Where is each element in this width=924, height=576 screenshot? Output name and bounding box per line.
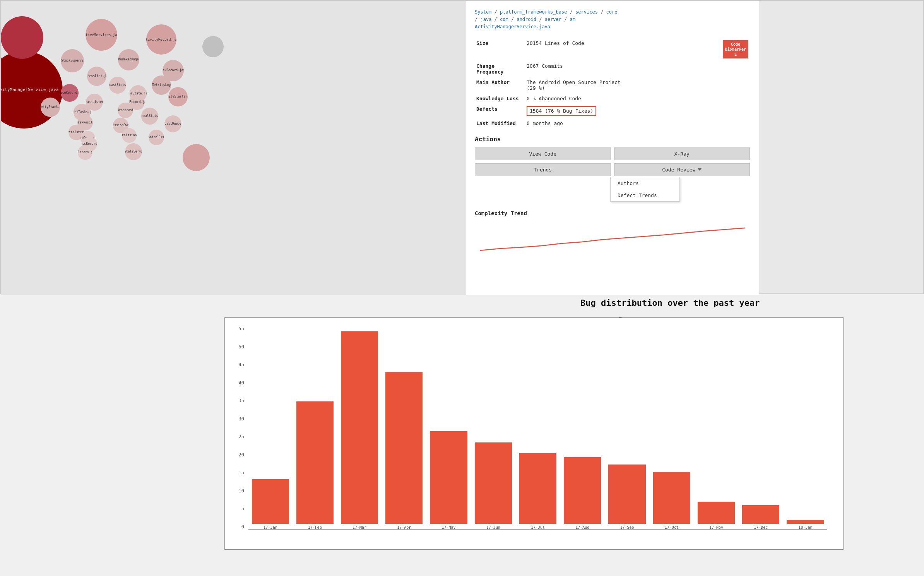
bubble-10: ServiceRecord.java xyxy=(61,84,79,102)
code-review-button[interactable]: Code Review xyxy=(614,163,750,176)
bubble-0: ActivityManagerService.java xyxy=(1,51,63,129)
bubble-5: CompatModePackages.java xyxy=(118,49,139,70)
bubble-1 xyxy=(1,16,43,59)
bubble-label-12: ActivityStack.java xyxy=(41,105,60,109)
bar-rect xyxy=(564,457,601,524)
knowledge-loss-row: Knowledge Loss 0 % Abandoned Code xyxy=(475,93,750,104)
y-axis-label: 50 xyxy=(239,344,244,350)
bar-rect xyxy=(252,479,289,524)
code-review-dropdown: Authors Defect Trends xyxy=(610,177,680,202)
view-code-button[interactable]: View Code xyxy=(475,147,611,160)
complexity-chart xyxy=(475,219,750,254)
breadcrumb-am[interactable]: am xyxy=(570,17,575,22)
bar-column: 17-Oct xyxy=(650,326,693,530)
y-axis-label: 15 xyxy=(239,470,244,475)
bar-column: 17-May xyxy=(427,326,471,530)
bubble-label-16: RecentTasks.java xyxy=(74,110,91,114)
bubble-label-10: ServiceRecord.java xyxy=(61,91,79,95)
breadcrumb-system[interactable]: System xyxy=(475,9,491,15)
defects-row: Defects 1584 (76 % Bug Fixes) xyxy=(475,104,750,118)
x-ray-button[interactable]: X-Ray xyxy=(614,147,750,160)
bubble-label-22: BroadcastQueue.java xyxy=(164,122,181,126)
bar-column: 17-Aug xyxy=(561,326,604,530)
bar-column: 17-Apr xyxy=(382,326,426,530)
breadcrumb-server[interactable]: server xyxy=(545,17,561,22)
bubble-9: ActivityMetricsLogger.java xyxy=(152,75,171,95)
bar-column: 17-Jan xyxy=(248,326,292,530)
breadcrumb-file[interactable]: ActivityManagerService.java xyxy=(475,24,550,29)
bubble-25: UriPermission.java xyxy=(122,128,137,143)
annotation-text: Bug distribution over the past year xyxy=(580,298,760,308)
bubble-label-9: ActivityMetricsLogger.java xyxy=(152,83,171,87)
bar-rect xyxy=(430,431,467,524)
bar-rect xyxy=(787,520,824,524)
bubble-label-7: TaskRecord.java xyxy=(163,69,184,72)
bubble-label-17: PreBootBroadcaster.java xyxy=(118,108,133,112)
bubble-3: ActivityRecord.java xyxy=(146,24,176,55)
y-axis-label: 10 xyxy=(239,488,244,494)
bubble-6: ProcessList.java xyxy=(87,67,106,86)
bubble-label-19: BatteryExternalStatsWorker.java xyxy=(141,114,158,118)
bubble-label-2: ActiveServices.java xyxy=(86,33,117,37)
bubble-12: ActivityStack.java xyxy=(41,98,60,117)
bubble-label-18: LaunchingTaskPositioner.java xyxy=(77,121,93,125)
bubble-17: PreBootBroadcaster.java xyxy=(118,103,133,118)
bubble-label-25: UriPermission.java xyxy=(122,134,137,137)
bar-chart-container: 0510152025303540455055 17-Jan17-Feb17-Ma… xyxy=(224,317,844,550)
breadcrumb-java[interactable]: java xyxy=(480,17,491,22)
y-axis-label: 30 xyxy=(239,416,244,422)
bar-column: 17-Nov xyxy=(694,326,738,530)
breadcrumb-sep: / xyxy=(475,17,480,22)
main-author-label: Main Author xyxy=(475,77,525,93)
bubble-label-4: ActivityStackSupervisor.java xyxy=(61,59,84,63)
bubble-2: ActiveServices.java xyxy=(86,19,117,51)
main-author-row: Main Author The Android Open Source Proj… xyxy=(475,77,750,93)
bar-column: 17-Jul xyxy=(516,326,560,530)
y-axis-label: 55 xyxy=(239,326,244,331)
breadcrumb-services[interactable]: services xyxy=(575,9,598,15)
size-label: Size xyxy=(475,38,525,61)
bar-column: 17-Jun xyxy=(471,326,515,530)
knowledge-loss-label: Knowledge Loss xyxy=(475,93,525,104)
bar-rect xyxy=(341,331,378,524)
y-axis-label: 0 xyxy=(241,524,244,530)
defects-value: 1584 (76 % Bug Fixes) xyxy=(525,104,750,118)
bar-rect xyxy=(742,505,779,524)
last-modified-row: Last Modified 0 months ago xyxy=(475,118,750,129)
bubble-26: UserController.java xyxy=(149,130,164,145)
y-axis-label: 25 xyxy=(239,434,244,439)
defects-label: Defects xyxy=(475,104,525,118)
bubble-29 xyxy=(202,36,224,57)
breadcrumb-platform[interactable]: platform_frameworks_base xyxy=(500,9,567,15)
size-value: 20154 Lines of Code CodeBiomarkerE xyxy=(525,38,750,61)
bar-column: 18-Jan xyxy=(784,326,827,530)
trends-button[interactable]: Trends xyxy=(475,163,611,176)
change-freq-label: Change Frequency xyxy=(475,61,525,77)
bubble-visualization: ActivityManagerService.javaActiveService… xyxy=(1,1,535,295)
bubble-27: AppErrors.java xyxy=(78,145,92,160)
y-axis-label: 45 xyxy=(239,362,244,367)
bubble-label-27: AppErrors.java xyxy=(78,151,92,154)
dropdown-arrow-icon xyxy=(698,168,702,171)
info-panel: System / platform_frameworks_base / serv… xyxy=(465,1,759,295)
main-author-value: The Android Open Source Project(29 %) xyxy=(525,77,750,93)
y-axis-label: 40 xyxy=(239,380,244,386)
defect-trends-menu-item[interactable]: Defect Trends xyxy=(611,189,679,201)
file-info-table: Size 20154 Lines of Code CodeBiomarkerE … xyxy=(475,38,750,129)
bubble-22: BroadcastQueue.java xyxy=(164,115,181,132)
bar-rect xyxy=(698,502,735,524)
actions-grid: View Code X-Ray Trends Code Review xyxy=(475,147,750,176)
complexity-trend-title: Complexity Trend xyxy=(475,210,750,216)
bubble-label-6: ProcessList.java xyxy=(87,74,106,78)
bubble-8: BroadcastStats.java xyxy=(109,77,126,94)
authors-menu-item[interactable]: Authors xyxy=(611,177,679,189)
bubble-15: ActivityStarter.java xyxy=(168,87,188,106)
breadcrumb-android[interactable]: android xyxy=(517,17,536,22)
breadcrumb-core[interactable]: core xyxy=(606,9,618,15)
breadcrumb-com[interactable]: com xyxy=(500,17,508,22)
bubble-19: BatteryExternalStatsWorker.java xyxy=(141,108,158,125)
bubble-4: ActivityStackSupervisor.java xyxy=(61,49,84,72)
bubble-label-8: BroadcastStats.java xyxy=(109,83,126,87)
last-modified-label: Last Modified xyxy=(475,118,525,129)
defects-badge: 1584 (76 % Bug Fixes) xyxy=(527,106,596,116)
